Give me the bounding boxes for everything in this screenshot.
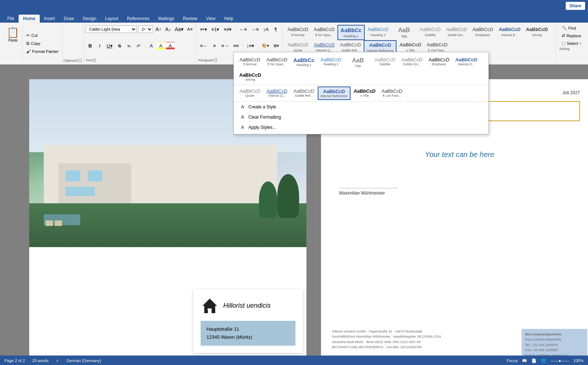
underline-button[interactable]: U▾ (105, 42, 114, 50)
dropdown-style-subtle-em[interactable]: AaBbCcD Subtle Em... (399, 55, 425, 70)
change-case-button[interactable]: Aa▾ (174, 26, 185, 32)
tab-design[interactable]: Design (78, 15, 101, 23)
select-button[interactable]: ⬚ Select ~ (560, 39, 584, 47)
borders-button[interactable]: ⊞▾ (272, 42, 281, 49)
style-emphasis[interactable]: AaBbCcD Emphasis (470, 25, 496, 40)
paste-button[interactable]: 📋 Paste (4, 25, 23, 62)
increase-font-size-button[interactable]: A↑ (154, 26, 162, 32)
dropdown-style-list-para[interactable]: AaBbCcD ¶ List Para... (379, 87, 405, 100)
shading-button[interactable]: 🎨▾ (260, 42, 271, 49)
copy-button[interactable]: ⧉ Copy (25, 40, 60, 47)
view-mode-read-icon[interactable]: 📖 (522, 358, 527, 363)
dropdown-style-no-spacing[interactable]: AaBbCcD ¶ No Spac... (264, 55, 290, 70)
multilevel-list-button[interactable]: ≡#▾ (222, 26, 233, 33)
clear-formatting-menuitem[interactable]: A Clear Formatting (234, 112, 488, 122)
tab-file[interactable]: File (3, 15, 19, 23)
show-formatting-button[interactable]: ¶ (271, 26, 280, 33)
dropdown-style-intense-ref[interactable]: AaBbCcD Intense Reference (318, 87, 351, 100)
view-mode-web-icon[interactable]: 🌐 (541, 358, 546, 363)
company-logo-area: % Hillorist uendicis (201, 297, 295, 315)
view-mode-print-icon[interactable]: 📄 (531, 358, 537, 363)
dropdown-style-subtle-ref[interactable]: AaBbCcD Subtle Ref... (291, 87, 317, 100)
clipboard-expand-icon[interactable]: ⬡ (78, 59, 82, 62)
dropdown-style-book-title[interactable]: AaBbCcD x Title (351, 87, 378, 100)
font-expand-icon[interactable]: ⬡ (93, 58, 96, 62)
find-button[interactable]: 🔍 Find (560, 24, 584, 32)
tab-home[interactable]: Home (19, 15, 39, 23)
dropdown-style-strong[interactable]: AaBbCcD Strong (237, 70, 264, 83)
signature-name: Maximilian Mühlmeister (339, 191, 580, 196)
bullets-button[interactable]: ≡•▾ (198, 26, 209, 33)
editing-group: 🔍 Find ⇄ Replace ⬚ Select ~ Editing (557, 23, 587, 64)
format-painter-button[interactable]: 🖌 Format Painter (25, 48, 60, 55)
cut-icon: ✂ (26, 33, 30, 38)
font-family-select[interactable]: Calibri Light (Hea (86, 26, 137, 33)
paragraph-expand-icon[interactable]: ⬡ (214, 58, 217, 62)
placeholder-text[interactable]: Your text can be here (339, 150, 580, 159)
select-icon: ⬚ (562, 41, 565, 46)
style-subtitle[interactable]: AaBbCcD Subtitle (417, 25, 443, 40)
line-spacing-button[interactable]: ↕≡▾ (245, 42, 256, 50)
tab-view[interactable]: View (202, 15, 220, 23)
dropdown-style-quote[interactable]: AaBbCcD Quote (237, 87, 263, 100)
tab-references[interactable]: References (123, 15, 154, 23)
align-left-button[interactable]: ≡← (198, 42, 209, 50)
font-size-select[interactable]: 24 (138, 26, 153, 33)
font-group: Calibri Light (Hea 24 A↑ A↓ Aa▾ A✕ B I U… (84, 23, 196, 64)
style-subtle-em[interactable]: AaBbCcD Subtle Em... (444, 25, 469, 40)
dropdown-style-heading2[interactable]: AaBbCcD Heading 2 (318, 55, 344, 70)
style-heading1[interactable]: AaBbCc Heading 1 (337, 25, 364, 40)
subscript-button[interactable]: x₂ (125, 42, 134, 49)
style-heading2[interactable]: AaBbCcD Heading 2 (365, 25, 391, 40)
dropdown-style-normal[interactable]: AaBbCcD ¶ Normal (237, 55, 263, 70)
numbering-button[interactable]: ≡1▾ (210, 26, 221, 33)
increase-indent-button[interactable]: →≡ (249, 26, 261, 33)
text-effects-button[interactable]: A (147, 42, 156, 50)
decrease-font-size-button[interactable]: A↓ (164, 26, 172, 32)
dropdown-style-intense-em[interactable]: AaBbCcD Intense E... (453, 55, 480, 70)
strikethrough-button[interactable]: S̶ (115, 42, 124, 50)
dropdown-style-subtitle[interactable]: AaBbCcD Subtitle (372, 55, 398, 70)
style-intense-em[interactable]: AaBbCcD Intense E... (496, 25, 523, 40)
status-right: Focus 📖 📄 🌐 ——●—— 100% (507, 358, 584, 363)
style-title[interactable]: AaB Title (391, 25, 417, 40)
dropdown-style-emphasis[interactable]: AaBbCcD Emphasis (426, 55, 452, 70)
sort-button[interactable]: ↕A (262, 26, 271, 33)
text-highlight-button[interactable]: A (156, 42, 165, 50)
justify-button[interactable]: ≡≡ (232, 42, 241, 50)
cut-button[interactable]: ✂ Cut (25, 32, 60, 39)
apply-styles-menuitem[interactable]: A Apply Styles... (234, 122, 488, 132)
tab-draw[interactable]: Draw (59, 15, 78, 23)
clear-formatting-button[interactable]: A✕ (186, 27, 194, 32)
ribbon-tabs: File Home Insert Draw Design Layout Refe… (0, 12, 588, 23)
share-button[interactable]: Share (566, 2, 585, 10)
superscript-button[interactable]: x² (134, 42, 143, 49)
decrease-indent-button[interactable]: ←≡ (237, 26, 249, 33)
replace-icon: ⇄ (562, 33, 565, 38)
tab-help[interactable]: Help (220, 15, 238, 23)
zoom-slider[interactable]: ——●—— (550, 358, 569, 363)
dropdown-style-intense-quote[interactable]: AaBbCcD Intense Q... (264, 87, 290, 100)
tab-insert[interactable]: Insert (40, 15, 59, 23)
tab-mailings[interactable]: Mailings (154, 15, 178, 23)
style-strong[interactable]: AaBbCcD Strong (523, 25, 550, 40)
align-right-button[interactable]: ≡→ (220, 42, 231, 50)
replace-button[interactable]: ⇄ Replace (560, 32, 584, 39)
apply-styles-icon: A (240, 124, 245, 130)
dropdown-style-heading1[interactable]: AaBbCc Heading 1 (291, 55, 317, 70)
bold-button[interactable]: B (86, 42, 94, 50)
dropdown-style-title[interactable]: AaB Title (345, 55, 371, 70)
tab-layout[interactable]: Layout (101, 15, 123, 23)
style-no-spacing[interactable]: AaBbCcD ¶ No Spac... (311, 25, 337, 40)
create-style-menuitem[interactable]: A Create a Style (234, 102, 488, 112)
style-normal[interactable]: AaBbCcD ¶ Normal (285, 25, 311, 40)
language[interactable]: German (Germany) (66, 358, 101, 363)
focus-button[interactable]: Focus (507, 358, 518, 363)
clear-formatting-icon: A (240, 114, 245, 120)
font-group-label: Font (86, 58, 92, 62)
font-color-button[interactable]: A (166, 42, 175, 50)
align-center-button[interactable]: ≡ (210, 42, 219, 50)
check-spelling-icon[interactable]: ✓ (56, 358, 59, 363)
tab-review[interactable]: Review (179, 15, 202, 23)
italic-button[interactable]: I (95, 42, 104, 50)
